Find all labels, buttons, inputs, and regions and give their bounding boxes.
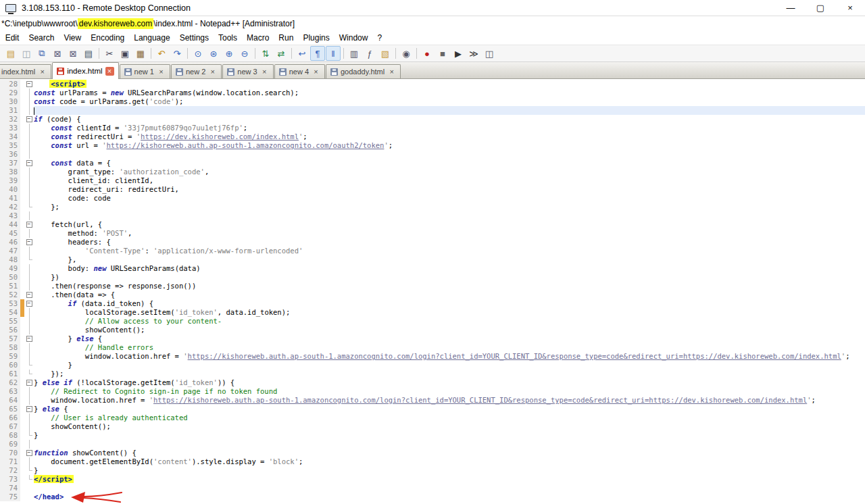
fold-collapse-icon[interactable]: − [24,220,34,229]
code-line-74[interactable]: 74 [0,484,865,493]
code-line-65[interactable]: 65−} else { [0,405,865,413]
word-wrap-button[interactable]: ↩ [295,46,310,61]
code-line-46[interactable]: 46− headers: { [0,238,865,247]
function-list-button[interactable]: ƒ [362,46,377,61]
sync-horizontal-button[interactable]: ⇄ [274,46,289,61]
menu-help[interactable]: ? [372,32,387,44]
tab-index-html-1[interactable]: index.html× [0,64,51,78]
open-file-button[interactable]: ▤ [3,46,18,61]
code-line-69[interactable]: 69 [0,440,865,449]
code-line-51[interactable]: 51 .then(response => response.json()) [0,282,865,291]
fold-collapse-icon[interactable]: − [24,238,34,247]
record-macro-button[interactable]: ● [420,46,435,61]
fold-collapse-icon[interactable]: − [24,405,34,413]
tab-close-icon[interactable]: × [387,68,396,76]
sync-vertical-button[interactable]: ⇅ [258,46,273,61]
code-line-68[interactable]: 68} [0,431,865,440]
code-line-48[interactable]: 48 }, [0,255,865,264]
code-line-73[interactable]: 73</script> [0,475,865,484]
fold-collapse-icon[interactable]: − [24,115,34,124]
menu-run[interactable]: Run [274,32,298,44]
tab-new-3[interactable]: new 3× [222,64,273,78]
minimize-button[interactable]: — [776,3,806,13]
menu-window[interactable]: Window [335,32,373,44]
code-line-40[interactable]: 40 redirect_uri: redirectUri, [0,185,865,194]
new-file-button[interactable]: ▢ [0,46,3,61]
tab-close-icon[interactable]: × [208,68,217,76]
paste-button[interactable]: ▦ [133,46,148,61]
code-line-35[interactable]: 35 const url = 'https://kishoreweb.auth.… [0,141,865,150]
copy-button[interactable]: ▣ [118,46,132,61]
show-all-characters-button[interactable]: ¶ [310,46,325,61]
code-line-47[interactable]: 47 'Content-Type': 'application/x-www-fo… [0,247,865,255]
stop-recording-button[interactable]: ■ [435,46,450,61]
save-file-button[interactable]: ◫ [19,46,34,61]
tab-close-icon[interactable]: × [38,68,47,76]
indent-guide-button[interactable]: ‖ [326,46,341,61]
zoom-in-button[interactable]: ⊕ [222,46,237,61]
fold-collapse-icon[interactable]: − [24,299,34,308]
code-line-75[interactable]: 75</head> [0,493,865,501]
code-line-53[interactable]: 53− if (data.id_token) { [0,299,865,308]
print-button[interactable]: ▤ [81,46,96,61]
code-line-54[interactable]: 54 localStorage.setItem('id_token', data… [0,308,865,317]
menu-macro[interactable]: Macro [242,32,274,44]
fold-collapse-icon[interactable]: − [24,449,34,457]
tab-close-icon[interactable]: × [312,68,320,76]
tab-new-4[interactable]: new 4× [274,64,325,78]
code-line-58[interactable]: 58 // Handle errors [0,343,865,352]
maximize-button[interactable]: ▢ [806,3,835,13]
code-line-67[interactable]: 67 showContent(); [0,422,865,431]
code-line-63[interactable]: 63 // Redirect to Cognito sign-in page i… [0,387,865,396]
tab-new-2[interactable]: new 2× [171,64,222,78]
code-line-72[interactable]: 72} [0,466,865,475]
code-line-52[interactable]: 52− .then(data => { [0,291,865,299]
fold-collapse-icon[interactable]: − [24,334,34,343]
tab-close-icon[interactable]: × [260,68,269,76]
code-line-31[interactable]: 31 [0,106,865,115]
code-line-41[interactable]: 41 code: code [0,194,865,203]
code-line-45[interactable]: 45 method: 'POST', [0,229,865,238]
code-line-29[interactable]: 29const urlParams = new URLSearchParams(… [0,89,865,97]
close-file-button[interactable]: ⊠ [50,46,65,61]
code-line-59[interactable]: 59 window.location.href = 'https://kisho… [0,352,865,361]
code-line-56[interactable]: 56 showContent(); [0,326,865,334]
close-all-button[interactable]: ⊠ [66,46,80,61]
code-editor[interactable]: 28− <script>29const urlParams = new URLS… [0,79,865,504]
redo-button[interactable]: ↷ [170,46,184,61]
menu-encoding[interactable]: Encoding [86,32,129,44]
menu-plugins[interactable]: Plugins [298,32,334,44]
folder-as-workspace-button[interactable]: ▧ [378,46,393,61]
code-line-57[interactable]: 57− } else { [0,334,865,343]
replace-button[interactable]: ⊛ [206,46,221,61]
code-line-62[interactable]: 62−} else if (!localStorage.getItem('id_… [0,378,865,387]
tab-new-1[interactable]: new 1× [120,64,170,78]
close-button[interactable]: × [835,3,865,13]
code-line-36[interactable]: 36 [0,150,865,159]
code-line-34[interactable]: 34 const redirectUri = 'https://dev.kish… [0,132,865,141]
code-line-42[interactable]: 42 }; [0,203,865,211]
document-map-button[interactable]: ▥ [347,46,362,61]
menu-settings[interactable]: Settings [175,32,214,44]
menu-search[interactable]: Search [24,32,59,44]
tab-close-icon[interactable]: × [157,68,166,76]
code-line-60[interactable]: 60 } [0,361,865,370]
code-line-55[interactable]: 55 // Allow access to your content- [0,317,865,326]
fold-collapse-icon[interactable]: − [24,159,34,168]
menu-tools[interactable]: Tools [214,32,242,44]
code-line-43[interactable]: 43 [0,211,865,220]
code-line-61[interactable]: 61 }); [0,370,865,378]
fold-collapse-icon[interactable]: − [24,378,34,387]
undo-button[interactable]: ↶ [154,46,169,61]
tab-godaddy-html[interactable]: godaddy.html× [326,64,401,78]
menu-edit[interactable]: Edit [1,32,24,44]
code-line-70[interactable]: 70−function showContent() { [0,449,865,457]
fold-collapse-icon[interactable]: − [24,291,34,299]
find-button[interactable]: ⊙ [191,46,205,61]
code-line-44[interactable]: 44− fetch(url, { [0,220,865,229]
menu-language[interactable]: Language [129,32,174,44]
tab-close-icon[interactable]: × [105,67,114,76]
run-macro-multiple-times-button[interactable]: ≫ [466,46,481,61]
code-line-38[interactable]: 38 grant_type: 'authorization_code', [0,168,865,176]
tab-index-html-2[interactable]: index.html× [52,62,118,79]
